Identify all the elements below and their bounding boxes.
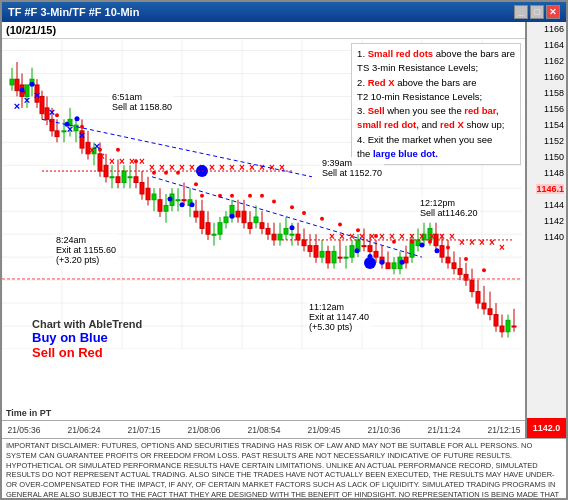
price-1140: 1140 — [544, 232, 564, 242]
price-1142: 1142 — [544, 216, 564, 226]
price-1160: 1160 — [544, 72, 564, 82]
close-button[interactable]: ✕ — [546, 5, 560, 19]
price-1156: 1156 — [544, 104, 564, 114]
overlay-line2: Buy on Blue — [32, 330, 142, 345]
chart-overlay-text: Chart with AbleTrend Buy on Blue Sell on… — [32, 318, 142, 360]
overlay-line1: Chart with AbleTrend — [32, 318, 142, 330]
time-label-7: 21/11:24 — [427, 425, 460, 435]
price-1162: 1162 — [544, 56, 564, 66]
chart-header: (10/21/15) — [2, 22, 525, 39]
time-label-2: 21/07:15 — [127, 425, 160, 435]
price-1154: 1154 — [544, 120, 564, 130]
price-1152: 1152 — [544, 136, 564, 146]
time-label-0: 21/05:36 — [7, 425, 40, 435]
price-1148: 1148 — [544, 168, 564, 178]
time-label-5: 21/09:45 — [307, 425, 340, 435]
price-axis-inner: 1166 1164 1162 1160 1158 1156 1154 1152 … — [527, 22, 566, 418]
time-label-6: 21/10:36 — [367, 425, 400, 435]
main-window: TF #F 3-Min/TF #F 10-Min _ □ ✕ (10/21/15… — [0, 0, 568, 500]
chart-area: (10/21/15) 1. Small red dots above the b… — [2, 22, 526, 438]
main-content: (10/21/15) 1. Small red dots above the b… — [2, 22, 566, 438]
price-1144: 1144 — [544, 200, 564, 210]
window-controls: _ □ ✕ — [514, 5, 560, 19]
price-axis: 1166 1164 1162 1160 1158 1156 1154 1152 … — [526, 22, 566, 438]
price-1158: 1158 — [544, 88, 564, 98]
price-1150: 1150 — [544, 152, 564, 162]
price-1164: 1164 — [544, 40, 564, 50]
time-label-1: 21/06:24 — [67, 425, 100, 435]
overlay-line3: Sell on Red — [32, 345, 142, 360]
price-1146: 1146.1 — [536, 184, 564, 194]
legend-box: 1. Small red dots above the bars are TS … — [351, 43, 521, 165]
title-bar: TF #F 3-Min/TF #F 10-Min _ □ ✕ — [2, 2, 566, 22]
time-in-pt-label: Time in PT — [6, 408, 51, 418]
time-label-3: 21/08:06 — [187, 425, 220, 435]
time-label-8: 21/12:15 — [487, 425, 520, 435]
chart-body: 1. Small red dots above the bars are TS … — [2, 39, 525, 420]
disclaimer: IMPORTANT DISCLAIMER: FUTURES, OPTIONS A… — [2, 438, 566, 498]
maximize-button[interactable]: □ — [530, 5, 544, 19]
window-title: TF #F 3-Min/TF #F 10-Min — [8, 6, 139, 18]
price-axis-bottom: 1142.0 — [527, 418, 566, 438]
price-1166: 1166 — [544, 24, 564, 34]
time-axis: 21/05:36 21/06:24 21/07:15 21/08:06 21/0… — [2, 420, 525, 438]
minimize-button[interactable]: _ — [514, 5, 528, 19]
time-label-4: 21/08:54 — [247, 425, 280, 435]
